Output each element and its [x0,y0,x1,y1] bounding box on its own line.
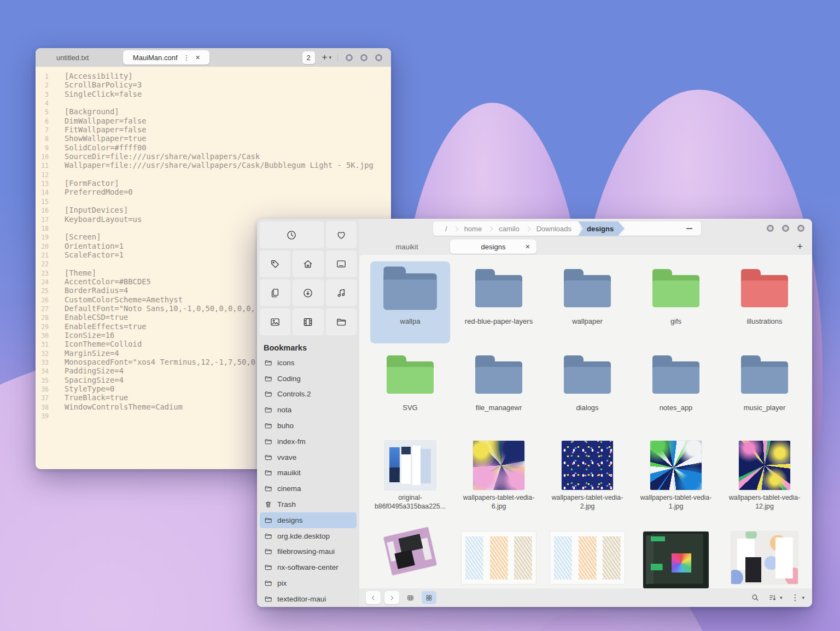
grid-item-folder[interactable]: wallpa [370,261,450,343]
breadcrumb-item-root[interactable]: / [439,225,454,233]
path-edit-toggle[interactable] [686,228,692,229]
sidebar-item-filebrowsing-maui[interactable]: filebrowsing-maui [260,544,357,560]
sidebar-quick-root[interactable] [326,308,357,335]
breadcrumb-item-camilo[interactable]: camilo [492,225,526,233]
sidebar-quick-videos[interactable] [293,308,323,335]
window-close-button[interactable] [797,225,804,232]
line-number: 9 [36,144,49,152]
new-tab-button[interactable]: + [797,241,803,253]
grid-item-file[interactable]: wallpapers-tablet-vedia-2.jpg [547,434,627,521]
grid-item-file[interactable]: wallpapers-tablet-vedia-1.jpg [636,434,716,521]
breadcrumb-item-downloads[interactable]: Downloads [530,225,578,233]
sidebar-item-mauikit[interactable]: mauikit [260,465,357,481]
grid-item-folder[interactable]: red-blue-paper-layers [459,261,539,343]
new-tab-caret-icon[interactable]: ▾ [329,55,331,60]
bookmarks-section-title: Bookmarks [264,343,357,352]
list-view-toggle[interactable] [403,591,418,604]
grid-item-file[interactable]: wallpapers-tablet-vedia-12.jpg [725,434,804,521]
sidebar-item-index-fm[interactable]: index-fm [260,434,357,449]
grid-item-file[interactable] [459,525,539,588]
sidebar-item-vvave[interactable]: vvave [260,449,357,465]
grid-item-folder[interactable]: illustrations [725,261,804,343]
grid-item-file[interactable]: 35253525-Sk-LT535-M... [725,525,804,588]
sidebar-item-buho[interactable]: buho [260,418,357,434]
sidebar-quick-tags[interactable] [260,250,290,277]
sidebar-quick-desktop[interactable] [326,250,357,277]
file-manager-statusbar: ▾ ⋮ ▾ [359,588,812,607]
tab-count-badge[interactable]: 2 [302,51,315,64]
window-controls [767,225,804,232]
new-tab-button[interactable]: + [322,52,328,63]
grid-item-folder[interactable]: SVG [370,348,450,430]
line-number: 4 [36,100,49,107]
grid-item-file[interactable]: original-b86f0495a315baa225... [370,434,450,521]
grid-view-toggle[interactable] [422,591,436,604]
editor-line: 1[Accessibility] [36,72,391,80]
editor-tab-untitled[interactable]: untitled.txt [56,54,89,62]
grid-item-file[interactable]: Sk-613-Dua-3-7922427... [636,525,716,588]
grid-item-folder[interactable]: gifs [636,261,716,343]
forward-button[interactable] [384,591,399,604]
grid-item-folder[interactable]: file_managewr [459,348,539,430]
sidebar-item-pix[interactable]: pix [260,575,357,591]
file-manager-titlebar[interactable]: /homecamiloDownloadsdesigns [359,219,812,238]
editor-tab-mauiman[interactable]: MauiMan.conf ⋮ × [123,50,209,65]
folder-icon [264,390,272,398]
window-maximize-button[interactable] [360,54,368,61]
grid-item-file[interactable] [547,525,627,588]
line-number: 11 [36,162,49,170]
window-minimize-button[interactable] [767,225,774,232]
sidebar-quick-recents[interactable] [260,221,324,248]
editor-titlebar[interactable]: untitled.txt MauiMan.conf ⋮ × 2 + ▾ [36,48,391,67]
editor-line: 5[Background] [36,107,391,116]
sidebar-item-org-kde-desktop[interactable]: org.kde.desktop [260,528,357,544]
sidebar-item-texteditor-maui[interactable]: texteditor-maui [260,591,357,607]
file-browser-content[interactable]: wallpared-blue-paper-layerswallpapergifs… [359,255,812,588]
folder-icon [264,453,272,461]
tab-menu-icon[interactable]: ⋮ [183,54,190,62]
grid-item-file[interactable] [370,525,450,588]
sidebar-quick-pictures[interactable] [260,308,290,335]
sidebar-quick-documents[interactable] [260,279,290,306]
sidebar-item-nota[interactable]: nota [260,402,357,418]
sidebar-quick-home[interactable] [293,250,323,277]
sidebar-item-designs[interactable]: designs [260,512,357,528]
sidebar-quick-downloads[interactable] [293,279,323,306]
item-label: file_managewr [458,404,540,413]
code-text: FitWallpaper=false [65,125,147,134]
breadcrumb-item-home[interactable]: home [458,225,489,233]
sidebar-item-cinema[interactable]: cinema [260,481,357,496]
code-text: [Background] [65,107,119,116]
tab-close-icon[interactable]: × [196,53,200,62]
grid-item-folder[interactable]: music_player [725,348,804,430]
tab-close-icon[interactable]: × [526,242,530,251]
sidebar-quick-music[interactable] [326,279,357,306]
breadcrumb-item-designs[interactable]: designs [578,221,625,236]
sidebar-item-nx-software-center[interactable]: nx-software-center [260,559,357,575]
breadcrumb[interactable]: /homecamiloDownloadsdesigns [433,221,701,236]
sidebar-item-coding[interactable]: Coding [260,371,357,387]
grid-item-file[interactable]: wallpapers-tablet-vedia-6.jpg [459,434,539,521]
window-close-button[interactable] [375,54,382,61]
tab-mauikit[interactable]: mauikit [364,239,450,254]
search-button[interactable] [751,593,760,602]
grid-item-folder[interactable]: notes_app [636,348,716,430]
clock-icon [286,230,297,241]
sidebar-item-controls-2[interactable]: Controls.2 [260,387,357,402]
window-maximize-button[interactable] [782,225,789,232]
tab-designs[interactable]: designs × [450,239,536,254]
code-text: PaddingSize=4 [65,366,124,375]
code-text: ScaleFactor=1 [65,250,124,259]
grid-item-folder[interactable]: dialogs [547,348,627,430]
editor-titlebar-controls: 2 + ▾ [302,51,382,64]
bookmark-label: vvave [277,453,296,461]
grid-item-folder[interactable]: wallpaper [547,261,627,343]
window-minimize-button[interactable] [346,54,353,61]
sidebar-item-icons[interactable]: icons [260,355,357,371]
sidebar-item-trash[interactable]: Trash [260,496,357,512]
back-button[interactable] [366,591,381,604]
overflow-menu-button[interactable]: ⋮ ▾ [791,593,804,603]
sidebar-quick-favorites[interactable] [326,221,357,248]
sort-menu-button[interactable]: ▾ [768,593,783,602]
code-text: MarginSize=4 [65,349,119,358]
